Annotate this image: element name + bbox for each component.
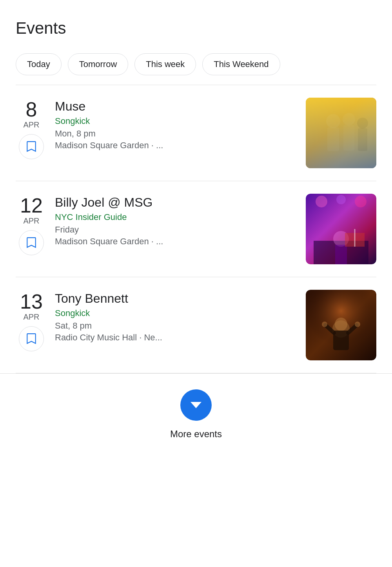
svg-point-24 bbox=[355, 322, 360, 327]
event-image-muse bbox=[306, 98, 376, 168]
date-bookmark-col-muse: 8 APR bbox=[16, 98, 47, 159]
event-info-tony: Tony Bennett Songkick Sat, 8 pm Radio Ci… bbox=[55, 290, 298, 343]
more-events-label: More events bbox=[170, 429, 222, 440]
event-month-tony: APR bbox=[23, 313, 39, 322]
bookmark-button-tony[interactable] bbox=[19, 326, 44, 351]
bookmark-button-billy[interactable] bbox=[19, 230, 44, 255]
event-item-muse[interactable]: 8 APR Muse Songkick Mon, 8 pm Madison Sq… bbox=[16, 85, 376, 181]
svg-point-10 bbox=[355, 196, 367, 207]
svg-rect-13 bbox=[335, 245, 347, 264]
bookmark-icon-muse bbox=[26, 141, 36, 153]
event-source-muse: Songkick bbox=[55, 116, 298, 126]
more-events-button[interactable] bbox=[180, 389, 212, 421]
filter-bar: Today Tomorrow This week This Weekend bbox=[0, 47, 392, 85]
event-time-billy: Friday bbox=[55, 225, 298, 235]
svg-rect-0 bbox=[306, 98, 376, 168]
filter-tomorrow[interactable]: Tomorrow bbox=[68, 53, 129, 75]
event-title-tony: Tony Bennett bbox=[55, 291, 298, 306]
more-events-section: More events bbox=[0, 373, 392, 463]
svg-point-5 bbox=[357, 118, 368, 129]
event-date-muse: 8 APR bbox=[16, 98, 47, 129]
event-title-muse: Muse bbox=[55, 99, 298, 114]
event-source-billy: NYC Insider Guide bbox=[55, 212, 298, 222]
event-info-muse: Muse Songkick Mon, 8 pm Madison Square G… bbox=[55, 98, 298, 151]
event-title-billy: Billy Joel @ MSG bbox=[55, 195, 298, 210]
filter-this-weekend[interactable]: This Weekend bbox=[202, 53, 280, 75]
event-venue-tony: Radio City Music Hall · Ne... bbox=[55, 333, 298, 343]
svg-point-1 bbox=[326, 114, 340, 128]
event-venue-billy: Madison Square Garden · ... bbox=[55, 236, 298, 247]
event-item-billy-joel[interactable]: 12 APR Billy Joel @ MSG NYC Insider Guid… bbox=[16, 181, 376, 277]
bookmark-icon-tony bbox=[26, 333, 36, 345]
event-time-tony: Sat, 8 pm bbox=[55, 321, 298, 331]
event-image-svg-tony bbox=[306, 290, 376, 360]
page-title: Events bbox=[0, 0, 392, 47]
filter-today[interactable]: Today bbox=[16, 53, 62, 75]
event-image-svg-billy bbox=[306, 194, 376, 264]
event-info-billy: Billy Joel @ MSG NYC Insider Guide Frida… bbox=[55, 194, 298, 247]
event-month-billy: APR bbox=[23, 216, 39, 225]
event-time-muse: Mon, 8 pm bbox=[55, 129, 298, 139]
event-source-tony: Songkick bbox=[55, 308, 298, 318]
svg-rect-6 bbox=[358, 128, 367, 151]
filter-this-week[interactable]: This week bbox=[134, 53, 196, 75]
event-image-svg-muse bbox=[306, 98, 376, 168]
date-bookmark-col-billy: 12 APR bbox=[16, 194, 47, 255]
svg-rect-2 bbox=[327, 127, 339, 151]
svg-point-19 bbox=[335, 318, 347, 331]
svg-rect-4 bbox=[343, 125, 354, 151]
chevron-down-icon bbox=[191, 402, 201, 408]
svg-point-23 bbox=[322, 322, 327, 327]
event-date-tony: 13 APR bbox=[16, 290, 47, 322]
event-day-muse: 8 bbox=[26, 99, 37, 120]
date-bookmark-col-tony: 13 APR bbox=[16, 290, 47, 351]
event-day-billy: 12 bbox=[20, 195, 43, 216]
svg-point-3 bbox=[343, 113, 355, 125]
event-item-tony-bennett[interactable]: 13 APR Tony Bennett Songkick Sat, 8 pm R… bbox=[16, 277, 376, 373]
event-image-billy bbox=[306, 194, 376, 264]
event-list: 8 APR Muse Songkick Mon, 8 pm Madison Sq… bbox=[0, 85, 392, 373]
event-image-tony bbox=[306, 290, 376, 360]
event-month-muse: APR bbox=[23, 120, 39, 129]
event-date-billy: 12 APR bbox=[16, 194, 47, 225]
svg-point-9 bbox=[336, 195, 346, 204]
bookmark-button-muse[interactable] bbox=[19, 134, 44, 159]
event-day-tony: 13 bbox=[20, 291, 43, 312]
bookmark-icon-billy bbox=[26, 237, 36, 249]
event-venue-muse: Madison Square Garden · ... bbox=[55, 140, 298, 151]
svg-point-8 bbox=[316, 196, 327, 207]
